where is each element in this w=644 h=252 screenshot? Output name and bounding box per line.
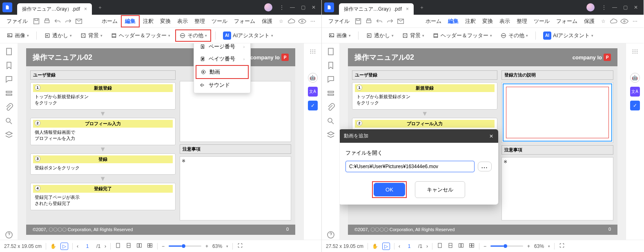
fields-icon[interactable]	[4, 88, 14, 98]
menu-organize[interactable]: 整理	[191, 16, 208, 27]
menu-edit[interactable]: 編集	[445, 16, 462, 27]
zoom-in-icon[interactable]: +	[205, 243, 208, 249]
menu-organize[interactable]: 整理	[513, 16, 530, 27]
search-icon[interactable]	[4, 116, 14, 126]
tool-watermark[interactable]: 透かし▾	[41, 30, 75, 41]
email-icon[interactable]	[396, 17, 405, 26]
tool-background[interactable]: 背景▾	[77, 30, 106, 41]
menu-convert[interactable]: 変換	[479, 16, 496, 27]
cloud-icon[interactable]	[287, 17, 296, 26]
page-input[interactable]	[404, 243, 414, 249]
search-icon[interactable]	[326, 116, 336, 126]
menu-file[interactable]: ファイル	[3, 16, 31, 27]
new-tab-button[interactable]: ＋	[417, 2, 427, 12]
tool-header-footer[interactable]: ヘッダー＆フッター▾	[429, 30, 495, 41]
hand-tool-icon[interactable]: ✋	[50, 243, 56, 249]
tab-close-icon[interactable]: ×	[84, 6, 87, 12]
fullscreen-icon[interactable]	[237, 242, 243, 250]
tool-ai-assistant[interactable]: AIAIアシスタント▾	[220, 30, 276, 41]
document-tab[interactable]: 操作マニュア…Gray）.pdf ×	[17, 3, 92, 15]
hand-tool-icon[interactable]: ✋	[372, 243, 378, 249]
page-input[interactable]	[82, 243, 92, 249]
maximize-button[interactable]: ▢	[620, 2, 631, 13]
check-icon[interactable]: ✓	[630, 101, 640, 110]
next-page-icon[interactable]: ›	[105, 243, 106, 249]
user-avatar[interactable]	[264, 3, 272, 11]
menu-home[interactable]: ホーム	[422, 16, 445, 27]
ai-chat-icon[interactable]: 🤖	[308, 73, 318, 83]
menu-annotate[interactable]: 注釈	[462, 16, 479, 27]
comments-icon[interactable]	[326, 74, 336, 84]
layers-icon[interactable]	[326, 130, 336, 140]
view-mode-1-icon[interactable]	[437, 242, 443, 250]
more-icon[interactable]: ⋮	[599, 2, 609, 13]
zoom-slider[interactable]	[169, 245, 201, 247]
file-path-input[interactable]	[345, 161, 475, 172]
tool-image[interactable]: 画像▾	[3, 30, 32, 41]
document-canvas[interactable]: 操作マニュアル02 company lo P ユーザ登録 1新規登録 トップから…	[340, 43, 626, 240]
more-icon[interactable]: ⋮	[276, 2, 287, 13]
menu-home[interactable]: ホーム	[98, 16, 121, 27]
view-mode-3-icon[interactable]	[136, 242, 143, 250]
prev-page-icon[interactable]: ‹	[77, 243, 78, 249]
view-mode-2-icon[interactable]	[125, 242, 132, 250]
user-avatar[interactable]	[586, 3, 595, 11]
dropdown-bates-number[interactable]: #ベイツ番号›	[196, 53, 249, 65]
select-tool-icon[interactable]: ▷	[382, 243, 390, 250]
tool-ai-assistant[interactable]: AIAIアシスタント▾	[540, 30, 597, 41]
close-button[interactable]: ✕	[631, 2, 641, 13]
menu-tool[interactable]: ツール	[208, 16, 231, 27]
new-tab-button[interactable]: ＋	[95, 2, 105, 12]
view-mode-3-icon[interactable]	[458, 242, 464, 250]
bookmarks-icon[interactable]	[326, 61, 336, 70]
star-icon[interactable]: ☆	[599, 17, 608, 26]
menu-tool[interactable]: ツール	[530, 16, 553, 27]
view-mode-2-icon[interactable]	[447, 242, 454, 250]
help-icon[interactable]	[326, 230, 336, 240]
bookmarks-icon[interactable]	[4, 61, 14, 70]
thumbnails-icon[interactable]	[4, 47, 14, 56]
prev-page-icon[interactable]: ‹	[399, 243, 400, 249]
close-button[interactable]: ✕	[308, 2, 319, 13]
thumbnails-icon[interactable]	[326, 47, 336, 56]
menu-protect[interactable]: 保護	[581, 16, 598, 27]
menu-display[interactable]: 表示	[496, 16, 513, 27]
dialog-close-icon[interactable]: ✕	[489, 133, 493, 139]
undo-icon[interactable]	[375, 17, 384, 26]
tool-watermark[interactable]: 透かし▾	[363, 30, 397, 41]
view-mode-4-icon[interactable]	[147, 242, 153, 250]
next-page-icon[interactable]: ›	[426, 243, 428, 249]
fullscreen-icon[interactable]	[559, 242, 565, 250]
cancel-button[interactable]: キャンセル	[415, 181, 465, 198]
view-mode-4-icon[interactable]	[468, 242, 475, 250]
tool-image[interactable]: 画像▾	[325, 30, 354, 41]
menu-form[interactable]: フォーム	[553, 16, 581, 27]
overflow-icon[interactable]: ⋯	[308, 17, 317, 26]
menu-display[interactable]: 表示	[174, 16, 191, 27]
tool-other[interactable]: その他▾	[175, 29, 211, 42]
minimize-button[interactable]: —	[287, 2, 298, 13]
star-icon[interactable]: ☆	[276, 17, 285, 26]
comments-icon[interactable]	[4, 74, 14, 84]
menu-file[interactable]: ファイル	[325, 16, 353, 27]
layers-icon[interactable]	[4, 130, 14, 140]
zoom-slider[interactable]	[490, 245, 523, 247]
settings-icon[interactable]	[308, 47, 318, 56]
check-icon[interactable]: ✓	[308, 101, 318, 110]
maximize-button[interactable]: ▢	[298, 2, 308, 13]
dropdown-video[interactable]: 動画	[196, 65, 249, 79]
translate-icon[interactable]: 文A	[308, 87, 318, 97]
save-icon[interactable]	[354, 17, 363, 26]
help-icon[interactable]	[4, 230, 14, 240]
redo-icon[interactable]	[386, 17, 394, 26]
undo-icon[interactable]	[53, 17, 62, 26]
eye-icon[interactable]	[298, 17, 307, 26]
cloud-icon[interactable]	[609, 17, 618, 26]
menu-annotate[interactable]: 注釈	[140, 16, 157, 27]
attachments-icon[interactable]	[4, 102, 14, 112]
zoom-out-icon[interactable]: −	[484, 243, 486, 249]
attachments-icon[interactable]	[326, 102, 336, 112]
select-tool-icon[interactable]: ▷	[60, 243, 68, 250]
video-selection-box[interactable]	[503, 83, 612, 142]
menu-edit[interactable]: 編集	[121, 15, 140, 27]
